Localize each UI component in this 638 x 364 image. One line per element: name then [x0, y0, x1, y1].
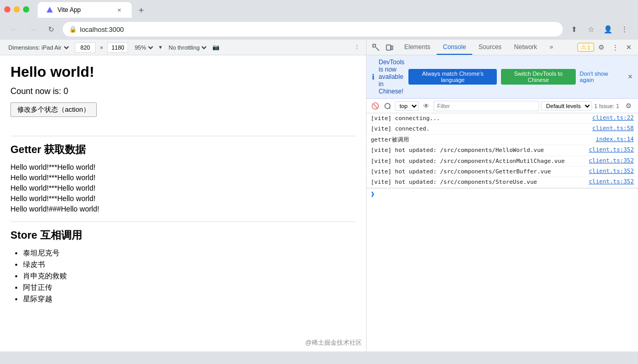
capture-icon[interactable]: 📷	[212, 44, 220, 51]
store-item-0: 泰坦尼克号	[23, 249, 356, 258]
console-settings-btn[interactable]: ⚙	[622, 100, 635, 112]
devtools-top-toolbar: Elements Console Sources Network » ⚠ 1 ⚙…	[367, 40, 638, 55]
getter-item-1: Hello world!***Hello world!	[10, 173, 356, 182]
profile-btn[interactable]: 👤	[600, 22, 615, 37]
log-source-5[interactable]: client.ts:352	[589, 168, 634, 174]
throttle-select[interactable]: No throttling	[166, 44, 208, 51]
log-entry-6: [vite] hot updated: /src/components/Stor…	[367, 177, 638, 187]
lock-icon: 🔒	[69, 26, 77, 33]
log-msg-3: [vite] hot updated: /src/components/Hell…	[371, 146, 585, 154]
switch-language-btn[interactable]: Switch DevTools to Chinese	[501, 69, 575, 85]
browser-tab-active[interactable]: Vite App ✕	[38, 2, 132, 18]
svg-rect-1	[373, 44, 375, 47]
getter-items: Hello world!***Hello world! Hello world!…	[10, 163, 356, 213]
tab-console[interactable]: Console	[437, 40, 472, 55]
context-select[interactable]: top	[395, 101, 419, 111]
log-source-0[interactable]: client.ts:22	[593, 114, 634, 121]
getter-item-3: Hello world!***Hello world!	[10, 194, 356, 203]
devtools-tabs: Elements Console Sources Network »	[397, 40, 576, 55]
action-button[interactable]: 修改多个状态（action）	[10, 102, 97, 117]
log-msg-1: [vite] connected.	[371, 125, 588, 133]
svg-line-2	[376, 48, 379, 51]
hello-section: Hello world! Count now is: 0 修改多个状态（acti…	[10, 64, 356, 127]
forward-btn[interactable]: →	[25, 22, 40, 37]
zoom-select[interactable]: 95%	[132, 44, 155, 51]
store-heading: Store 互相调用	[10, 228, 356, 242]
new-tab-btn[interactable]: +	[134, 3, 149, 18]
getter-section: Getter 获取数据 Hello world!***Hello world! …	[10, 143, 356, 213]
page-content: Hello world! Count now is: 0 修改多个状态（acti…	[0, 55, 366, 351]
devtools-settings-btn[interactable]: ⚙	[595, 41, 608, 54]
back-btn[interactable]: ←	[6, 22, 21, 37]
console-clear-btn[interactable]: 🚫	[370, 101, 380, 111]
match-language-btn[interactable]: Always match Chrome's language	[408, 69, 497, 85]
log-entry-0: [vite] connecting... client.ts:22	[367, 113, 638, 124]
log-entry-5: [vite] hot updated: /src/components/Gett…	[367, 167, 638, 177]
reload-btn[interactable]: ↻	[44, 22, 59, 37]
eye-btn[interactable]: 👁	[421, 101, 431, 111]
share-btn[interactable]: ⬆	[567, 22, 582, 37]
tab-elements[interactable]: Elements	[398, 40, 437, 55]
device-mode-btn[interactable]	[383, 41, 396, 54]
more-settings-icon[interactable]: ⋮	[354, 44, 360, 51]
log-source-3[interactable]: client.ts:352	[589, 146, 634, 153]
log-source-6[interactable]: client.ts:352	[589, 178, 634, 185]
info-bar: ℹ DevTools is now available in Chinese! …	[367, 55, 638, 99]
log-source-1[interactable]: client.ts:58	[593, 125, 634, 132]
divider2	[10, 221, 356, 222]
browser-chrome: Vite App ✕ + ← → ↻ 🔒 localhost:3000 ⬆ ☆ …	[0, 0, 638, 351]
console-toolbar: 🚫 top 👁 Default levels 1 Issue: 1 ⚙	[367, 99, 638, 113]
store-section: Store 互相调用 泰坦尼克号 绿皮书 肖申克的救赎 阿甘正传 星际穿越	[10, 228, 356, 304]
toolbar-sep1: ▾	[159, 44, 162, 51]
close-window-btn[interactable]	[4, 6, 10, 13]
width-input[interactable]	[75, 42, 96, 53]
devtools-options-btn[interactable]: ⋮	[609, 41, 621, 54]
getter-item-4: Hello world!###Hello world!	[10, 205, 356, 213]
dont-show-again-btn[interactable]: Don't show again	[580, 71, 619, 83]
store-item-3: 阿甘正传	[23, 283, 356, 292]
getter-item-0: Hello world!***Hello world!	[10, 163, 356, 171]
address-bar[interactable]: 🔒 localhost:3000	[63, 22, 563, 37]
tab-sources[interactable]: Sources	[472, 40, 508, 55]
getter-item-2: Hello world!***Hello world!	[10, 184, 356, 192]
getter-heading: Getter 获取数据	[10, 143, 356, 157]
store-item-1: 绿皮书	[23, 260, 356, 269]
webpage: Dimensions: iPad Air × 95% ▾ No throttli…	[0, 40, 366, 351]
maximize-window-btn[interactable]	[23, 6, 29, 13]
minimize-window-btn[interactable]	[14, 6, 20, 13]
issue-label: 1 Issue:	[594, 103, 614, 109]
info-icon: ℹ	[372, 73, 374, 81]
menu-btn[interactable]: ⋮	[617, 22, 632, 37]
divider1	[10, 136, 356, 136]
device-toolbar: Dimensions: iPad Air × 95% ▾ No throttli…	[0, 40, 366, 55]
log-entry-3: [vite] hot updated: /src/components/Hell…	[367, 145, 638, 156]
filter-input[interactable]	[434, 101, 539, 111]
title-bar: Vite App ✕ +	[0, 0, 638, 19]
tab-network[interactable]: Network	[508, 40, 543, 55]
svg-rect-3	[386, 45, 391, 50]
issues-icon: ⚠	[581, 44, 586, 51]
devtools-panel: Elements Console Sources Network » ⚠ 1 ⚙…	[366, 40, 638, 351]
inspect-element-btn[interactable]	[370, 41, 382, 54]
tab-close-btn[interactable]: ✕	[115, 6, 123, 14]
svg-marker-0	[47, 7, 53, 13]
log-source-4[interactable]: client.ts:352	[589, 157, 634, 164]
store-item-4: 星际穿越	[23, 295, 356, 304]
log-msg-2: getter被调用	[371, 136, 591, 144]
dim-separator: ×	[100, 44, 103, 51]
log-entry-1: [vite] connected. client.ts:58	[367, 124, 638, 134]
issues-btn[interactable]: ⚠ 1	[577, 43, 594, 52]
console-prompt: ❱	[367, 188, 638, 200]
level-select[interactable]: Default levels	[541, 101, 592, 111]
prompt-arrow-icon[interactable]: ❱	[371, 191, 374, 198]
info-message: DevTools is now available in Chinese!	[379, 58, 404, 95]
info-bar-close-btn[interactable]: ✕	[628, 73, 633, 80]
device-select[interactable]: Dimensions: iPad Air	[6, 44, 71, 51]
devtools-close-btn[interactable]: ✕	[622, 41, 635, 54]
bookmark-btn[interactable]: ☆	[584, 22, 598, 37]
log-source-2[interactable]: index.ts:14	[596, 136, 634, 143]
tab-bar: Vite App ✕ +	[33, 1, 153, 18]
devtools-more-tabs[interactable]: »	[543, 40, 560, 55]
console-filter-btn[interactable]	[382, 101, 393, 111]
height-input[interactable]	[107, 42, 128, 53]
